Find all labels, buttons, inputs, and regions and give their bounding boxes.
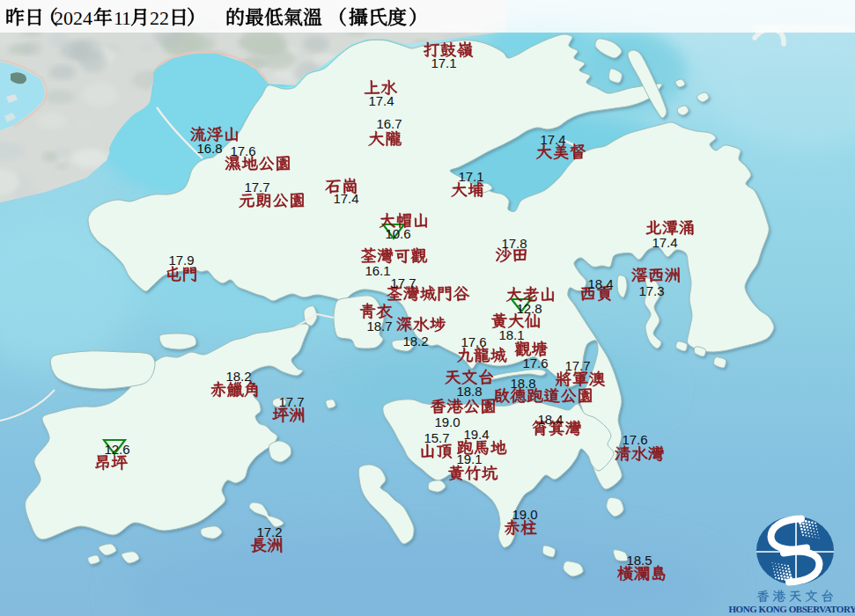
svg-text:2: 2 — [73, 7, 83, 29]
svg-text:HONG KONG OBSERVATORY: HONG KONG OBSERVATORY — [728, 604, 855, 614]
svg-text:2: 2 — [159, 7, 169, 29]
svg-text:4: 4 — [83, 7, 92, 29]
svg-text:2: 2 — [150, 7, 159, 29]
svg-text:2: 2 — [54, 7, 63, 29]
svg-text:0: 0 — [63, 7, 73, 29]
svg-text:1: 1 — [122, 7, 131, 29]
